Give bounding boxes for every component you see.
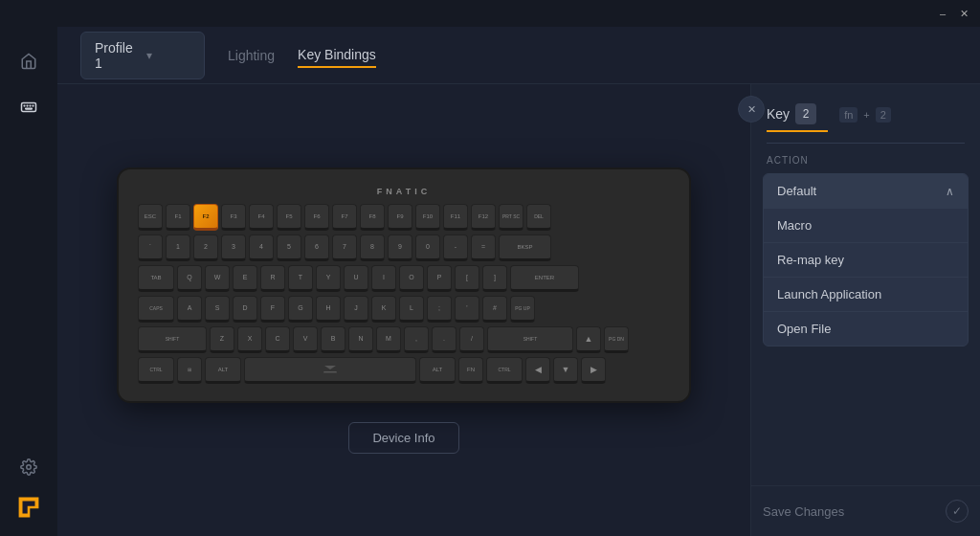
key-d[interactable]: D: [233, 296, 257, 323]
key-esc[interactable]: ESC: [138, 204, 163, 231]
action-item-launch[interactable]: Launch Application: [764, 278, 968, 312]
key-e[interactable]: E: [233, 265, 257, 292]
action-item-remap[interactable]: Re-map key: [764, 243, 968, 278]
tab-lighting[interactable]: Lighting: [228, 44, 275, 67]
key-7[interactable]: 7: [332, 234, 357, 261]
key-f4[interactable]: F4: [249, 204, 274, 231]
key-t[interactable]: T: [288, 265, 313, 292]
key-space[interactable]: [244, 357, 416, 384]
key-ctrl-r[interactable]: CTRL: [486, 357, 523, 384]
minimize-button[interactable]: –: [934, 5, 951, 22]
key-v[interactable]: V: [293, 326, 318, 353]
key-backtick[interactable]: `: [138, 234, 163, 261]
key-4[interactable]: 4: [249, 234, 274, 261]
key-f6[interactable]: F6: [304, 204, 329, 231]
key-l[interactable]: L: [399, 296, 424, 323]
key-prtsc[interactable]: PRT SC: [499, 204, 523, 231]
key-f1[interactable]: F1: [166, 204, 190, 231]
key-y[interactable]: Y: [316, 265, 341, 292]
key-2[interactable]: 2: [193, 234, 218, 261]
panel-fn-tab[interactable]: fn + 2: [828, 101, 891, 128]
content-area: FNATIC ESC F1 F2 F3 F4 F5 F6 F7 F8 F9: [57, 84, 980, 536]
key-1[interactable]: 1: [166, 234, 190, 261]
sidebar-item-settings[interactable]: [10, 448, 48, 486]
key-tab[interactable]: TAB: [138, 265, 174, 292]
panel-key-tab[interactable]: Key 2: [767, 98, 828, 132]
key-up[interactable]: ▲: [576, 326, 601, 353]
key-f9[interactable]: F9: [388, 204, 412, 231]
key-a[interactable]: A: [177, 296, 202, 323]
key-5[interactable]: 5: [277, 234, 301, 261]
key-g[interactable]: G: [288, 296, 313, 323]
key-alt-r[interactable]: ALT: [419, 357, 456, 384]
key-f10[interactable]: F10: [415, 204, 440, 231]
key-left[interactable]: ◀: [525, 357, 550, 384]
device-info-button[interactable]: Device Info: [348, 422, 458, 454]
key-enter[interactable]: ENTER: [510, 265, 579, 292]
key-del[interactable]: DEL: [526, 204, 551, 231]
key-6[interactable]: 6: [304, 234, 329, 261]
key-semicolon[interactable]: ;: [427, 296, 452, 323]
key-f8[interactable]: F8: [360, 204, 385, 231]
key-down[interactable]: ▼: [553, 357, 578, 384]
key-caps[interactable]: CAPS: [138, 296, 174, 323]
key-s[interactable]: S: [205, 296, 230, 323]
key-o[interactable]: O: [399, 265, 424, 292]
key-alt-l[interactable]: ALT: [205, 357, 241, 384]
key-z[interactable]: Z: [210, 326, 234, 353]
key-pgdn[interactable]: PG DN: [604, 326, 629, 353]
key-minus[interactable]: -: [443, 234, 468, 261]
key-f11[interactable]: F11: [443, 204, 468, 231]
key-comma[interactable]: ,: [404, 326, 429, 353]
key-lbracket[interactable]: [: [455, 265, 479, 292]
close-button[interactable]: ✕: [955, 5, 972, 22]
key-8[interactable]: 8: [360, 234, 385, 261]
key-h[interactable]: H: [316, 296, 341, 323]
sidebar-item-home[interactable]: [10, 42, 48, 80]
key-3[interactable]: 3: [221, 234, 246, 261]
key-9[interactable]: 9: [388, 234, 412, 261]
key-shift-l[interactable]: SHIFT: [138, 326, 207, 353]
key-f5[interactable]: F5: [277, 204, 301, 231]
key-period[interactable]: .: [432, 326, 457, 353]
key-c[interactable]: C: [265, 326, 290, 353]
key-equals[interactable]: =: [471, 234, 496, 261]
key-k[interactable]: K: [371, 296, 396, 323]
key-rbracket[interactable]: ]: [482, 265, 507, 292]
key-j[interactable]: J: [344, 296, 368, 323]
key-win[interactable]: ⊞: [177, 357, 202, 384]
key-backspace[interactable]: BKSP: [499, 234, 551, 261]
key-u[interactable]: U: [344, 265, 368, 292]
key-w[interactable]: W: [205, 265, 230, 292]
key-q[interactable]: Q: [177, 265, 202, 292]
key-x[interactable]: X: [237, 326, 262, 353]
key-slash[interactable]: /: [459, 326, 484, 353]
sidebar-item-keyboard[interactable]: [10, 88, 48, 126]
key-0[interactable]: 0: [415, 234, 440, 261]
key-r[interactable]: R: [260, 265, 285, 292]
panel-close-button[interactable]: ✕: [738, 96, 765, 123]
action-item-default[interactable]: Default ∧: [764, 174, 968, 209]
key-hash[interactable]: #: [482, 296, 507, 323]
key-shift-r[interactable]: SHIFT: [487, 326, 573, 353]
key-m[interactable]: M: [376, 326, 401, 353]
action-item-macro[interactable]: Macro: [764, 209, 968, 243]
key-n[interactable]: N: [348, 326, 373, 353]
tab-keybindings[interactable]: Key Bindings: [298, 43, 376, 68]
key-ctrl-l[interactable]: CTRL: [138, 357, 174, 384]
key-f12[interactable]: F12: [471, 204, 496, 231]
save-changes-button[interactable]: Save Changes ✓: [763, 500, 969, 523]
key-fn[interactable]: FN: [458, 357, 483, 384]
key-pgup[interactable]: PG UP: [510, 296, 535, 323]
key-right[interactable]: ▶: [581, 357, 606, 384]
key-quote[interactable]: ': [455, 296, 479, 323]
key-f2[interactable]: F2: [193, 204, 218, 231]
profile-dropdown[interactable]: Profile 1 ▾: [80, 32, 205, 79]
key-f3[interactable]: F3: [221, 204, 246, 231]
key-b[interactable]: B: [321, 326, 345, 353]
key-f7[interactable]: F7: [332, 204, 357, 231]
action-item-openfile[interactable]: Open File: [764, 312, 968, 346]
key-f[interactable]: F: [260, 296, 285, 323]
key-p[interactable]: P: [427, 265, 452, 292]
key-i[interactable]: I: [371, 265, 396, 292]
